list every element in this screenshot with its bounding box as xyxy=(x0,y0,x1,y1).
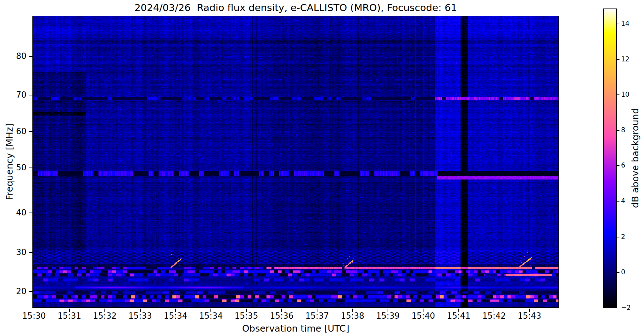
y-tick-mark xyxy=(29,252,32,253)
colorbar-tick-mark xyxy=(617,272,619,273)
chart-title: 2024/03/26 Radio flux density, e-CALLIST… xyxy=(32,2,559,13)
x-tick-label: 15:32 xyxy=(93,311,117,321)
colorbar-tick-label: 0 xyxy=(621,268,625,276)
y-tick-mark xyxy=(29,95,32,95)
x-tick-label: 15:36 xyxy=(270,311,294,321)
x-tick-label: 15:42 xyxy=(482,311,506,321)
y-tick-mark xyxy=(29,56,32,57)
x-tick-label: 15:40 xyxy=(412,311,435,321)
x-axis-label: Observation time [UTC] xyxy=(32,323,559,334)
y-tick-mark xyxy=(29,213,32,213)
colorbar-tick-mark xyxy=(617,165,619,166)
x-tick-label: 15:30 xyxy=(22,311,46,321)
y-tick-label: 20 xyxy=(0,287,26,296)
colorbar-label: dB above background xyxy=(630,108,641,208)
x-tick-label: 15:34 xyxy=(199,311,223,321)
colorbar-tick-mark xyxy=(617,201,619,202)
colorbar-tick-label: 12 xyxy=(621,55,630,63)
colorbar-tick-label: 6 xyxy=(621,162,625,169)
spectrogram-image xyxy=(33,16,558,307)
y-tick-label: 70 xyxy=(0,90,26,100)
colorbar-tick-label: 8 xyxy=(621,126,625,134)
colorbar-tick-mark xyxy=(617,130,619,131)
plot-area xyxy=(32,16,559,308)
colorbar-tick-mark xyxy=(617,24,619,24)
colorbar-tick-mark xyxy=(617,308,619,308)
y-tick-label: 30 xyxy=(0,248,26,257)
colorbar-tick-label: −2 xyxy=(621,304,631,311)
y-tick-label: 60 xyxy=(0,127,26,136)
x-tick-label: 15:37 xyxy=(305,311,329,321)
x-tick-label: 15:39 xyxy=(376,311,400,321)
colorbar xyxy=(603,9,617,308)
x-tick-label: 15:31 xyxy=(58,311,81,321)
y-tick-label: 80 xyxy=(0,51,26,61)
y-tick-mark xyxy=(29,168,32,168)
y-tick-label: 40 xyxy=(0,208,26,217)
figure: 2024/03/26 Radio flux density, e-CALLIST… xyxy=(0,0,644,336)
colorbar-tick-label: 4 xyxy=(621,197,625,205)
y-tick-mark xyxy=(29,131,32,132)
colorbar-tick-label: 10 xyxy=(621,91,630,98)
y-tick-mark xyxy=(29,291,32,292)
x-tick-label: 15:34 xyxy=(164,311,188,321)
x-tick-label: 15:43 xyxy=(518,311,541,321)
colorbar-tick-label: 2 xyxy=(621,233,625,241)
x-tick-label: 15:38 xyxy=(341,311,364,321)
colorbar-tick-mark xyxy=(617,237,619,237)
x-tick-label: 15:41 xyxy=(447,311,470,321)
colorbar-gradient xyxy=(604,9,616,307)
colorbar-tick-label: 14 xyxy=(621,20,630,27)
colorbar-tick-mark xyxy=(617,59,619,60)
x-tick-label: 15:33 xyxy=(128,311,152,321)
colorbar-tick-mark xyxy=(617,94,619,95)
y-tick-label: 50 xyxy=(0,163,26,172)
x-tick-label: 15:35 xyxy=(235,311,258,321)
